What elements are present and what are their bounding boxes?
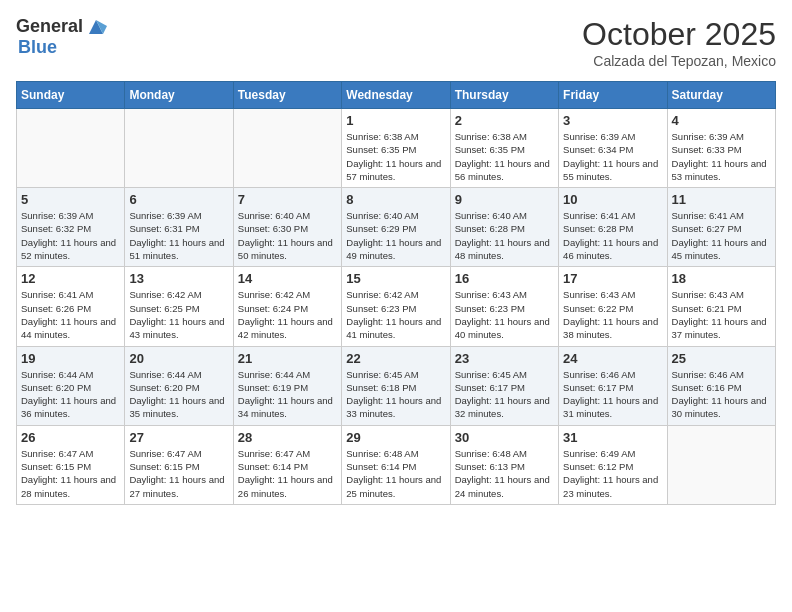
day-info: Sunrise: 6:42 AM Sunset: 6:24 PM Dayligh…	[238, 288, 337, 341]
calendar-cell: 23Sunrise: 6:45 AM Sunset: 6:17 PM Dayli…	[450, 346, 558, 425]
calendar-cell: 27Sunrise: 6:47 AM Sunset: 6:15 PM Dayli…	[125, 425, 233, 504]
logo-icon	[85, 16, 107, 38]
day-number: 11	[672, 192, 771, 207]
day-number: 1	[346, 113, 445, 128]
page-header: General Blue October 2025 Calzada del Te…	[16, 16, 776, 69]
day-header-wednesday: Wednesday	[342, 82, 450, 109]
day-number: 18	[672, 271, 771, 286]
day-info: Sunrise: 6:40 AM Sunset: 6:29 PM Dayligh…	[346, 209, 445, 262]
day-number: 26	[21, 430, 120, 445]
day-info: Sunrise: 6:42 AM Sunset: 6:23 PM Dayligh…	[346, 288, 445, 341]
day-number: 31	[563, 430, 662, 445]
day-number: 15	[346, 271, 445, 286]
day-info: Sunrise: 6:44 AM Sunset: 6:19 PM Dayligh…	[238, 368, 337, 421]
day-number: 25	[672, 351, 771, 366]
calendar-cell: 6Sunrise: 6:39 AM Sunset: 6:31 PM Daylig…	[125, 188, 233, 267]
day-info: Sunrise: 6:40 AM Sunset: 6:28 PM Dayligh…	[455, 209, 554, 262]
day-info: Sunrise: 6:41 AM Sunset: 6:26 PM Dayligh…	[21, 288, 120, 341]
day-info: Sunrise: 6:47 AM Sunset: 6:15 PM Dayligh…	[21, 447, 120, 500]
day-info: Sunrise: 6:43 AM Sunset: 6:21 PM Dayligh…	[672, 288, 771, 341]
month-title: October 2025	[582, 16, 776, 53]
day-info: Sunrise: 6:45 AM Sunset: 6:18 PM Dayligh…	[346, 368, 445, 421]
title-block: October 2025 Calzada del Tepozan, Mexico	[582, 16, 776, 69]
calendar-cell: 30Sunrise: 6:48 AM Sunset: 6:13 PM Dayli…	[450, 425, 558, 504]
calendar-cell: 20Sunrise: 6:44 AM Sunset: 6:20 PM Dayli…	[125, 346, 233, 425]
day-number: 24	[563, 351, 662, 366]
day-header-saturday: Saturday	[667, 82, 775, 109]
day-info: Sunrise: 6:39 AM Sunset: 6:31 PM Dayligh…	[129, 209, 228, 262]
day-info: Sunrise: 6:41 AM Sunset: 6:28 PM Dayligh…	[563, 209, 662, 262]
calendar-cell: 15Sunrise: 6:42 AM Sunset: 6:23 PM Dayli…	[342, 267, 450, 346]
calendar-cell	[125, 109, 233, 188]
day-info: Sunrise: 6:49 AM Sunset: 6:12 PM Dayligh…	[563, 447, 662, 500]
calendar-cell	[667, 425, 775, 504]
calendar-week-row: 19Sunrise: 6:44 AM Sunset: 6:20 PM Dayli…	[17, 346, 776, 425]
calendar-cell: 24Sunrise: 6:46 AM Sunset: 6:17 PM Dayli…	[559, 346, 667, 425]
calendar-cell: 18Sunrise: 6:43 AM Sunset: 6:21 PM Dayli…	[667, 267, 775, 346]
calendar-cell: 14Sunrise: 6:42 AM Sunset: 6:24 PM Dayli…	[233, 267, 341, 346]
day-number: 2	[455, 113, 554, 128]
day-number: 10	[563, 192, 662, 207]
day-info: Sunrise: 6:43 AM Sunset: 6:23 PM Dayligh…	[455, 288, 554, 341]
day-info: Sunrise: 6:38 AM Sunset: 6:35 PM Dayligh…	[346, 130, 445, 183]
logo-general-text: General	[16, 17, 83, 37]
day-number: 6	[129, 192, 228, 207]
calendar-cell: 4Sunrise: 6:39 AM Sunset: 6:33 PM Daylig…	[667, 109, 775, 188]
calendar-cell	[233, 109, 341, 188]
calendar-week-row: 12Sunrise: 6:41 AM Sunset: 6:26 PM Dayli…	[17, 267, 776, 346]
calendar-cell: 26Sunrise: 6:47 AM Sunset: 6:15 PM Dayli…	[17, 425, 125, 504]
calendar-cell: 7Sunrise: 6:40 AM Sunset: 6:30 PM Daylig…	[233, 188, 341, 267]
day-info: Sunrise: 6:45 AM Sunset: 6:17 PM Dayligh…	[455, 368, 554, 421]
day-number: 9	[455, 192, 554, 207]
day-info: Sunrise: 6:39 AM Sunset: 6:33 PM Dayligh…	[672, 130, 771, 183]
day-info: Sunrise: 6:44 AM Sunset: 6:20 PM Dayligh…	[21, 368, 120, 421]
calendar-cell: 29Sunrise: 6:48 AM Sunset: 6:14 PM Dayli…	[342, 425, 450, 504]
calendar-cell: 28Sunrise: 6:47 AM Sunset: 6:14 PM Dayli…	[233, 425, 341, 504]
day-number: 16	[455, 271, 554, 286]
calendar-table: SundayMondayTuesdayWednesdayThursdayFrid…	[16, 81, 776, 505]
day-info: Sunrise: 6:39 AM Sunset: 6:32 PM Dayligh…	[21, 209, 120, 262]
calendar-cell: 1Sunrise: 6:38 AM Sunset: 6:35 PM Daylig…	[342, 109, 450, 188]
day-number: 20	[129, 351, 228, 366]
calendar-cell: 31Sunrise: 6:49 AM Sunset: 6:12 PM Dayli…	[559, 425, 667, 504]
day-number: 7	[238, 192, 337, 207]
day-info: Sunrise: 6:44 AM Sunset: 6:20 PM Dayligh…	[129, 368, 228, 421]
day-info: Sunrise: 6:46 AM Sunset: 6:17 PM Dayligh…	[563, 368, 662, 421]
day-number: 8	[346, 192, 445, 207]
day-number: 19	[21, 351, 120, 366]
day-info: Sunrise: 6:39 AM Sunset: 6:34 PM Dayligh…	[563, 130, 662, 183]
day-header-tuesday: Tuesday	[233, 82, 341, 109]
calendar-cell: 19Sunrise: 6:44 AM Sunset: 6:20 PM Dayli…	[17, 346, 125, 425]
calendar-cell: 11Sunrise: 6:41 AM Sunset: 6:27 PM Dayli…	[667, 188, 775, 267]
calendar-cell: 3Sunrise: 6:39 AM Sunset: 6:34 PM Daylig…	[559, 109, 667, 188]
day-number: 22	[346, 351, 445, 366]
day-header-thursday: Thursday	[450, 82, 558, 109]
day-number: 28	[238, 430, 337, 445]
day-info: Sunrise: 6:38 AM Sunset: 6:35 PM Dayligh…	[455, 130, 554, 183]
logo: General Blue	[16, 16, 107, 58]
day-number: 17	[563, 271, 662, 286]
day-header-monday: Monday	[125, 82, 233, 109]
calendar-cell: 9Sunrise: 6:40 AM Sunset: 6:28 PM Daylig…	[450, 188, 558, 267]
day-header-friday: Friday	[559, 82, 667, 109]
day-info: Sunrise: 6:48 AM Sunset: 6:14 PM Dayligh…	[346, 447, 445, 500]
calendar-cell: 16Sunrise: 6:43 AM Sunset: 6:23 PM Dayli…	[450, 267, 558, 346]
day-info: Sunrise: 6:42 AM Sunset: 6:25 PM Dayligh…	[129, 288, 228, 341]
day-info: Sunrise: 6:40 AM Sunset: 6:30 PM Dayligh…	[238, 209, 337, 262]
logo-blue-text: Blue	[18, 38, 57, 58]
location-subtitle: Calzada del Tepozan, Mexico	[582, 53, 776, 69]
calendar-cell: 17Sunrise: 6:43 AM Sunset: 6:22 PM Dayli…	[559, 267, 667, 346]
day-number: 29	[346, 430, 445, 445]
day-info: Sunrise: 6:41 AM Sunset: 6:27 PM Dayligh…	[672, 209, 771, 262]
day-info: Sunrise: 6:43 AM Sunset: 6:22 PM Dayligh…	[563, 288, 662, 341]
calendar-cell: 5Sunrise: 6:39 AM Sunset: 6:32 PM Daylig…	[17, 188, 125, 267]
day-number: 12	[21, 271, 120, 286]
day-number: 21	[238, 351, 337, 366]
day-number: 5	[21, 192, 120, 207]
calendar-cell: 8Sunrise: 6:40 AM Sunset: 6:29 PM Daylig…	[342, 188, 450, 267]
calendar-cell: 10Sunrise: 6:41 AM Sunset: 6:28 PM Dayli…	[559, 188, 667, 267]
day-number: 4	[672, 113, 771, 128]
day-number: 13	[129, 271, 228, 286]
day-info: Sunrise: 6:47 AM Sunset: 6:14 PM Dayligh…	[238, 447, 337, 500]
calendar-week-row: 26Sunrise: 6:47 AM Sunset: 6:15 PM Dayli…	[17, 425, 776, 504]
